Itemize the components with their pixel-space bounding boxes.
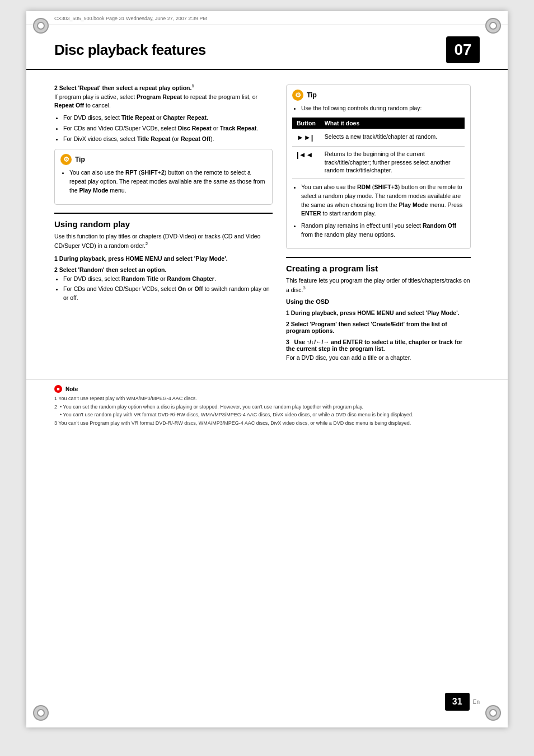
corner-decor-tr <box>485 18 501 34</box>
corner-decor-tl <box>33 18 49 34</box>
chapter-badge: 07 <box>446 36 480 63</box>
step2-repeat-bullets: For DVD discs, select Title Repeat or Ch… <box>63 114 273 143</box>
list-item: For CDs and Video CD/Super VCDs, select … <box>63 124 273 133</box>
main-content: 2 Select 'Repeat' then select a repeat p… <box>26 70 508 374</box>
left-column: 2 Select 'Repeat' then select a repeat p… <box>54 79 273 365</box>
osd-heading: Using the OSD <box>286 298 471 305</box>
note-icon: ■ <box>54 385 62 393</box>
page-lang: En <box>473 699 480 705</box>
tip-box-2: ⚙ Tip Use the following controls during … <box>286 84 471 249</box>
title-section: Disc playback features 07 <box>26 25 508 70</box>
program-step3-body: For a DVD disc, you can add a title or a… <box>286 354 471 363</box>
tip1-header: ⚙ Tip <box>60 154 266 165</box>
random-play-section: Using random play Use this function to p… <box>54 213 273 303</box>
table-cell-btn: |◄◄ <box>292 146 320 178</box>
button-table: Button What it does ►►| Selects a new tr… <box>292 118 465 179</box>
table-header-button: Button <box>292 118 320 129</box>
note-1: 1 You can't use repeat play with WMA/MP3… <box>54 395 480 402</box>
table-cell-desc: Selects a new track/title/chapter at ran… <box>320 129 465 146</box>
random-step1-label: 1 During playback, press HOME MENU and s… <box>54 255 273 262</box>
table-row: |◄◄ Returns to the beginning of the curr… <box>292 146 465 178</box>
page-number: 31 <box>445 693 470 711</box>
note-2: 2 • You can set the random play option w… <box>54 403 480 411</box>
program-step3: 3 Use ↑/↓/←/→ and ENTER to select a titl… <box>286 339 471 352</box>
breadcrumb: CX303_505_500.book Page 31 Wednesday, Ju… <box>54 16 207 21</box>
program-list-intro: This feature lets you program the play o… <box>286 276 471 295</box>
table-header-what: What it does <box>320 118 465 129</box>
step2-repeat-label: 2 Select 'Repeat' then select a repeat p… <box>54 83 273 91</box>
note-3: 3 You can't use Program play with VR for… <box>54 420 480 427</box>
tip-box-1: ⚙ Tip You can also use the RPT (SHIFT+2)… <box>54 149 273 204</box>
list-item: For DVD discs, select Random Title or Ra… <box>63 275 273 284</box>
table-row: ►►| Selects a new track/title/chapter at… <box>292 129 465 146</box>
header-bar: CX303_505_500.book Page 31 Wednesday, Ju… <box>26 11 508 25</box>
step2-repeat: 2 Select 'Repeat' then select a repeat p… <box>54 83 273 143</box>
tip-icon-1: ⚙ <box>60 154 72 165</box>
page: CX303_505_500.book Page 31 Wednesday, Ju… <box>26 11 508 727</box>
list-item: You can also use the RPT (SHIFT+2) butto… <box>69 168 266 195</box>
page-footer: 31 En <box>445 693 480 711</box>
program-step2: 2 Select 'Program' then select 'Create/E… <box>286 321 471 334</box>
random-step2-bullets: For DVD discs, select Random Title or Ra… <box>63 275 273 303</box>
random-play-heading: Using random play <box>54 219 273 229</box>
list-item: You can also use the RDM (SHIFT+3) butto… <box>301 183 465 218</box>
tip-icon-2: ⚙ <box>292 90 303 101</box>
list-item: For CDs and Video CD/Super VCDs, select … <box>63 285 273 303</box>
tip1-content: You can also use the RPT (SHIFT+2) butto… <box>69 168 266 195</box>
note-2b: • You can't use random play with VR form… <box>54 411 480 419</box>
page-title: Disc playback features <box>54 41 206 59</box>
corner-decor-bl <box>33 705 49 721</box>
note-header: ■ Note <box>54 385 480 393</box>
list-item: Random play remains in effect until you … <box>301 222 465 240</box>
tip2-intro-list: Use the following controls during random… <box>301 104 465 113</box>
tip2-header: ⚙ Tip <box>292 90 465 101</box>
table-cell-desc: Returns to the beginning of the current … <box>320 146 465 178</box>
random-play-intro: Use this function to play titles or chap… <box>54 232 273 251</box>
program-list-section: Creating a program list This feature let… <box>286 257 471 363</box>
program-list-heading: Creating a program list <box>286 264 471 273</box>
step2-repeat-body: If program play is active, select Progra… <box>54 93 273 111</box>
table-cell-btn: ►►| <box>292 129 320 146</box>
program-step1: 1 During playback, press HOME MENU and s… <box>286 309 471 316</box>
list-item: For DivX video discs, select Title Repea… <box>63 135 273 144</box>
list-item: For DVD discs, select Title Repeat or Ch… <box>63 114 273 123</box>
right-column: ⚙ Tip Use the following controls during … <box>286 79 471 365</box>
notes-section: ■ Note 1 You can't use repeat play with … <box>26 379 508 434</box>
random-step2-label: 2 Select 'Random' then select an option. <box>54 266 273 273</box>
list-item: Use the following controls during random… <box>301 104 465 113</box>
corner-decor-br <box>485 705 501 721</box>
tip2-bullets: You can also use the RDM (SHIFT+3) butto… <box>301 183 465 240</box>
